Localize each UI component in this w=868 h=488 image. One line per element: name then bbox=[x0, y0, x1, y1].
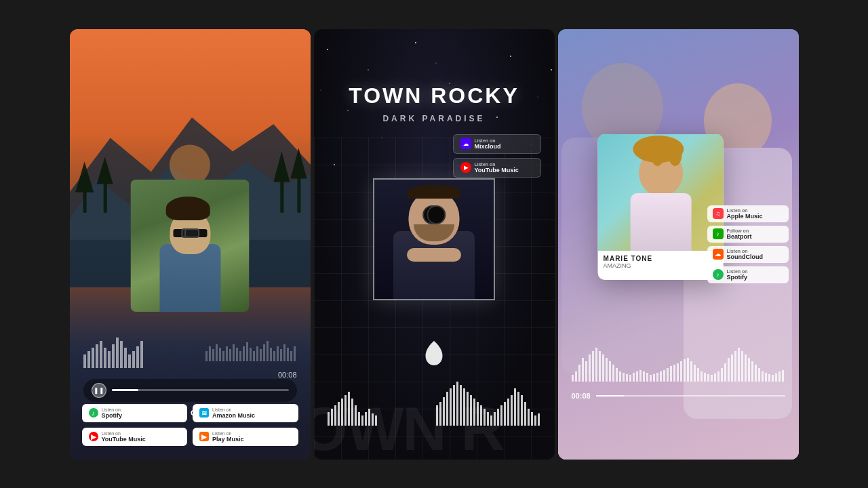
pause-button-1[interactable]: ❚❚ bbox=[92, 383, 106, 398]
svg-rect-141 bbox=[663, 370, 665, 382]
svg-rect-120 bbox=[592, 351, 594, 382]
beatport-button-3[interactable]: ♪ Follow on Beatport bbox=[707, 226, 789, 243]
card3-streaming-buttons: ♫ Listen on Apple Music ♪ Follow on Beat… bbox=[707, 205, 789, 283]
svg-rect-153 bbox=[704, 373, 706, 382]
svg-rect-21 bbox=[124, 348, 127, 368]
card3-artist-name: MARIE TONE bbox=[604, 255, 718, 262]
svg-rect-138 bbox=[653, 374, 655, 382]
svg-rect-173 bbox=[772, 375, 774, 382]
card2-waveform bbox=[314, 378, 555, 426]
card3-album-photo bbox=[598, 134, 724, 251]
svg-rect-124 bbox=[606, 358, 608, 382]
svg-rect-149 bbox=[690, 361, 692, 382]
svg-rect-18 bbox=[112, 344, 115, 368]
svg-point-59 bbox=[347, 110, 349, 111]
svg-rect-14 bbox=[96, 344, 98, 368]
svg-rect-111 bbox=[531, 412, 533, 426]
svg-rect-76 bbox=[355, 405, 357, 426]
card-3: MARIE TONE AMAZING ♫ Listen on Apple Mus… bbox=[558, 29, 799, 460]
amazon-icon-1: ≋ bbox=[199, 408, 209, 418]
card2-logo bbox=[422, 340, 446, 371]
apple-music-button-3[interactable]: ♫ Listen on Apple Music bbox=[707, 205, 789, 222]
player-controls-1: ❚❚ bbox=[70, 379, 311, 402]
svg-rect-19 bbox=[116, 338, 119, 368]
svg-rect-20 bbox=[120, 341, 123, 368]
svg-point-64 bbox=[435, 62, 436, 63]
svg-rect-109 bbox=[524, 402, 526, 426]
svg-rect-170 bbox=[762, 371, 764, 382]
svg-rect-50 bbox=[287, 348, 289, 361]
svg-rect-89 bbox=[456, 382, 458, 426]
card3-progress-line[interactable] bbox=[596, 395, 785, 396]
svg-rect-39 bbox=[250, 348, 252, 361]
svg-rect-34 bbox=[233, 344, 235, 361]
svg-rect-134 bbox=[639, 370, 642, 382]
spotify-icon-3: ♪ bbox=[713, 269, 724, 280]
card3-time: 00:08 bbox=[572, 392, 591, 400]
svg-rect-40 bbox=[253, 351, 255, 361]
svg-rect-130 bbox=[626, 374, 628, 382]
card3-waveform bbox=[572, 344, 785, 382]
svg-rect-101 bbox=[497, 409, 499, 426]
svg-rect-83 bbox=[436, 405, 438, 426]
spotify-button-1[interactable]: ♪ Listen on Spotify bbox=[82, 404, 188, 422]
spotify-button-3[interactable]: ♪ Listen on Spotify bbox=[707, 266, 789, 283]
card2-streaming-buttons: ☁ Listen on Mixcloud ▶ Listen on YouTube… bbox=[453, 134, 541, 178]
svg-rect-102 bbox=[500, 405, 502, 426]
svg-rect-107 bbox=[517, 392, 519, 426]
svg-rect-99 bbox=[490, 415, 492, 426]
svg-rect-110 bbox=[528, 409, 530, 426]
svg-rect-37 bbox=[243, 346, 245, 361]
svg-rect-126 bbox=[612, 365, 614, 382]
amazon-button-1[interactable]: ≋ Listen on Amazon Music bbox=[193, 404, 298, 422]
svg-rect-166 bbox=[748, 358, 750, 382]
svg-rect-36 bbox=[239, 351, 241, 361]
mixcloud-button-2[interactable]: ☁ Listen on Mixcloud bbox=[453, 134, 541, 154]
card2-subtitle: DARK PARADISE bbox=[314, 114, 555, 123]
svg-rect-105 bbox=[511, 395, 513, 426]
svg-rect-106 bbox=[514, 388, 516, 426]
svg-rect-70 bbox=[334, 405, 336, 426]
progress-bar-1[interactable] bbox=[112, 389, 289, 391]
streaming-buttons-1: ♪ Listen on Spotify ≋ Listen on Amazon M… bbox=[70, 404, 311, 446]
svg-rect-88 bbox=[453, 385, 455, 426]
svg-rect-32 bbox=[226, 346, 228, 361]
svg-rect-147 bbox=[684, 359, 686, 382]
svg-rect-84 bbox=[439, 402, 441, 426]
svg-rect-151 bbox=[697, 368, 699, 382]
svg-rect-113 bbox=[538, 413, 540, 426]
svg-rect-164 bbox=[741, 351, 743, 382]
play-music-button-1[interactable]: ▶ Listen on Play Music bbox=[193, 428, 298, 446]
svg-rect-103 bbox=[504, 402, 506, 426]
svg-rect-154 bbox=[707, 374, 709, 382]
svg-rect-25 bbox=[140, 341, 143, 368]
svg-rect-159 bbox=[724, 363, 726, 382]
svg-rect-168 bbox=[755, 365, 757, 382]
svg-rect-12 bbox=[87, 351, 90, 368]
svg-point-54 bbox=[368, 69, 369, 70]
svg-rect-90 bbox=[460, 385, 462, 426]
svg-rect-33 bbox=[229, 349, 231, 361]
svg-point-53 bbox=[327, 49, 328, 50]
svg-rect-118 bbox=[585, 361, 587, 382]
svg-point-67 bbox=[551, 69, 552, 70]
svg-rect-137 bbox=[650, 375, 652, 382]
svg-rect-122 bbox=[599, 351, 601, 382]
apple-music-icon-3: ♫ bbox=[713, 208, 724, 219]
svg-rect-162 bbox=[734, 351, 736, 382]
svg-rect-93 bbox=[470, 395, 472, 426]
svg-rect-44 bbox=[267, 341, 269, 361]
svg-rect-77 bbox=[358, 412, 360, 426]
svg-rect-69 bbox=[331, 409, 333, 426]
artist-photo-card-1 bbox=[131, 180, 250, 312]
svg-rect-30 bbox=[219, 348, 221, 361]
svg-rect-16 bbox=[104, 348, 106, 368]
svg-rect-127 bbox=[616, 368, 618, 382]
svg-rect-94 bbox=[473, 399, 475, 426]
svg-rect-140 bbox=[660, 371, 662, 382]
youtube-music-button-1[interactable]: ▶ Listen on YouTube Music bbox=[82, 428, 188, 446]
svg-rect-85 bbox=[443, 397, 445, 426]
youtube-music-button-2[interactable]: ▶ Listen on YouTube Music bbox=[453, 158, 541, 178]
svg-rect-27 bbox=[209, 346, 211, 361]
soundcloud-button-3[interactable]: ☁ Listen on SoundCloud bbox=[707, 246, 789, 263]
